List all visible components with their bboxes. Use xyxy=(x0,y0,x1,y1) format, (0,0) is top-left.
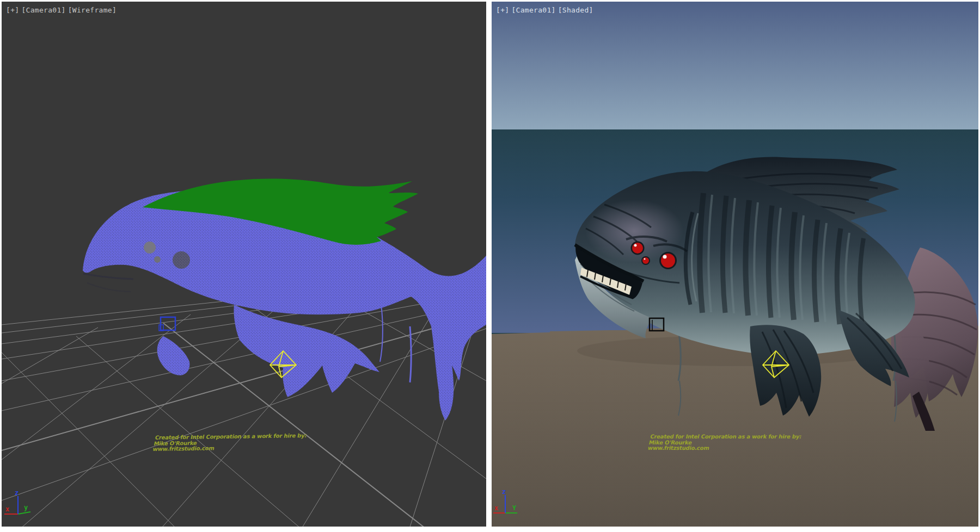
viewport-label: [+] [Camera01] [Wireframe] xyxy=(6,6,117,14)
wireframe-viewport[interactable]: x y z [+] [Camera01] [Wireframe] Created… xyxy=(2,2,486,527)
watermark-line1: Created for Intel Corporation as a work … xyxy=(650,434,802,440)
shaded-viewport[interactable]: x Y z [+] [Camera01] [Shaded] Created fo… xyxy=(492,2,978,527)
eye-large xyxy=(661,253,675,268)
axis-z-label: z xyxy=(502,488,506,496)
axis-z-label: z xyxy=(15,489,19,497)
viewport-frame: x y z [+] [Camera01] [Wireframe] Created… xyxy=(0,0,980,532)
watermark-text: Created for Intel Corporation as a work … xyxy=(152,433,307,452)
watermark-line3: www.fritzstudio.com xyxy=(647,446,800,451)
viewport-label: [+] [Camera01] [Shaded] xyxy=(496,6,593,14)
axis-x-label: x xyxy=(5,505,9,513)
viewport-camera-menu[interactable]: [Camera01] xyxy=(21,6,65,14)
axis-y-label: y xyxy=(24,504,28,511)
sky xyxy=(492,2,978,129)
eye-spot-small xyxy=(154,256,161,263)
watermark-text: Created for Intel Corporation as a work … xyxy=(647,434,802,451)
viewport-expand-button[interactable]: [+] xyxy=(6,6,19,14)
eye-medium-glint xyxy=(634,244,637,247)
eye-medium xyxy=(632,243,643,253)
axis-y-label: Y xyxy=(512,504,517,512)
axis-x-label: x xyxy=(494,504,498,512)
eye-spot-large xyxy=(144,242,156,253)
viewport-shading-menu[interactable]: [Shaded] xyxy=(558,6,593,14)
eye-large-glint xyxy=(663,255,667,259)
viewport-camera-menu[interactable]: [Camera01] xyxy=(511,6,555,14)
viewport-shading-menu[interactable]: [Wireframe] xyxy=(68,6,117,14)
eye-small xyxy=(642,257,649,264)
viewport-expand-button[interactable]: [+] xyxy=(496,6,509,14)
eye-small-glint xyxy=(644,258,646,260)
eye-mesh-stipple xyxy=(173,251,190,269)
